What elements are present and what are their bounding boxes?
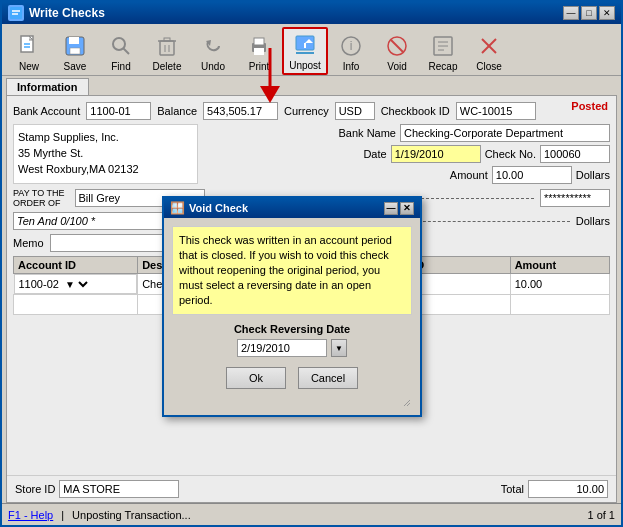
svg-rect-11	[160, 41, 174, 55]
void-check-dialog: 🪟 Void Check — ✕ This check was written …	[162, 196, 422, 417]
delete-label: Delete	[153, 61, 182, 72]
delete-icon	[153, 32, 181, 60]
unpost-icon	[291, 31, 319, 59]
warning-text: This check was written in an account per…	[172, 226, 412, 315]
new-button[interactable]: New	[6, 29, 52, 75]
close-button[interactable]: Close	[466, 29, 512, 75]
cancel-button[interactable]: Cancel	[298, 367, 358, 389]
date-dropdown-button[interactable]: ▼	[331, 339, 347, 357]
close-icon	[475, 32, 503, 60]
main-window: Write Checks — □ ✕ New Save Find	[0, 0, 623, 527]
save-label: Save	[64, 61, 87, 72]
delete-button[interactable]: Delete	[144, 29, 190, 75]
svg-line-10	[123, 48, 129, 54]
undo-label: Undo	[201, 61, 225, 72]
help-link[interactable]: F1 - Help	[8, 509, 53, 521]
dialog-resize-handle[interactable]	[172, 393, 412, 407]
close-window-button[interactable]: ✕	[599, 6, 615, 20]
dialog-icon: 🪟	[170, 201, 185, 215]
svg-rect-19	[254, 38, 264, 45]
minimize-button[interactable]: —	[563, 6, 579, 20]
find-label: Find	[111, 61, 130, 72]
dialog-minimize[interactable]: —	[384, 202, 398, 215]
info-label: Info	[343, 61, 360, 72]
save-icon	[61, 32, 89, 60]
new-icon	[15, 32, 43, 60]
tab-bar: Information	[2, 76, 621, 95]
down-arrow-icon	[255, 48, 285, 108]
find-button[interactable]: Find	[98, 29, 144, 75]
reversing-date-label: Check Reversing Date	[172, 323, 412, 335]
svg-rect-13	[164, 38, 170, 41]
svg-text:i: i	[350, 39, 353, 53]
recap-label: Recap	[429, 61, 458, 72]
svg-rect-7	[69, 37, 79, 44]
dialog-title-bar: 🪟 Void Check — ✕	[164, 198, 420, 218]
app-icon	[8, 5, 24, 21]
recap-icon	[429, 32, 457, 60]
undo-icon	[199, 32, 227, 60]
svg-rect-8	[70, 48, 80, 54]
info-button[interactable]: i Info	[328, 29, 374, 75]
status-separator: |	[61, 509, 64, 521]
dialog-title-text: Void Check	[189, 202, 248, 214]
void-icon	[383, 32, 411, 60]
new-label: New	[19, 61, 39, 72]
dialog-overlay: 🪟 Void Check — ✕ This check was written …	[7, 96, 616, 502]
dialog-buttons: Ok Cancel	[172, 367, 412, 389]
status-bar: F1 - Help | Unposting Transaction... 1 o…	[2, 503, 621, 525]
title-bar: Write Checks — □ ✕	[2, 2, 621, 24]
window-title: Write Checks	[29, 6, 105, 20]
close-label: Close	[476, 61, 502, 72]
unpost-label: Unpost	[289, 60, 321, 71]
status-text: Unposting Transaction...	[72, 509, 191, 521]
find-icon	[107, 32, 135, 60]
svg-rect-23	[296, 52, 314, 54]
page-info: 1 of 1	[587, 509, 615, 521]
reversing-date-input[interactable]	[237, 339, 327, 357]
void-label: Void	[387, 61, 406, 72]
undo-button[interactable]: Undo	[190, 29, 236, 75]
dialog-content: This check was written in an account per…	[164, 218, 420, 415]
tab-information[interactable]: Information	[6, 78, 89, 95]
svg-rect-0	[10, 7, 22, 19]
info-icon: i	[337, 32, 365, 60]
arrow-container	[255, 48, 285, 108]
svg-line-37	[407, 403, 410, 406]
maximize-button[interactable]: □	[581, 6, 597, 20]
date-row: ▼	[172, 339, 412, 357]
void-button[interactable]: Void	[374, 29, 420, 75]
svg-line-27	[391, 40, 403, 52]
main-content: Posted Bank Account Balance Currency Che…	[6, 95, 617, 503]
ok-button[interactable]: Ok	[226, 367, 286, 389]
save-button[interactable]: Save	[52, 29, 98, 75]
svg-marker-35	[260, 86, 280, 103]
resize-icon	[398, 394, 410, 406]
dialog-close-button[interactable]: ✕	[400, 202, 414, 215]
toolbar: New Save Find Delete Undo	[2, 24, 621, 76]
svg-line-36	[404, 400, 410, 406]
unpost-button[interactable]: Unpost	[282, 27, 328, 75]
recap-button[interactable]: Recap	[420, 29, 466, 75]
